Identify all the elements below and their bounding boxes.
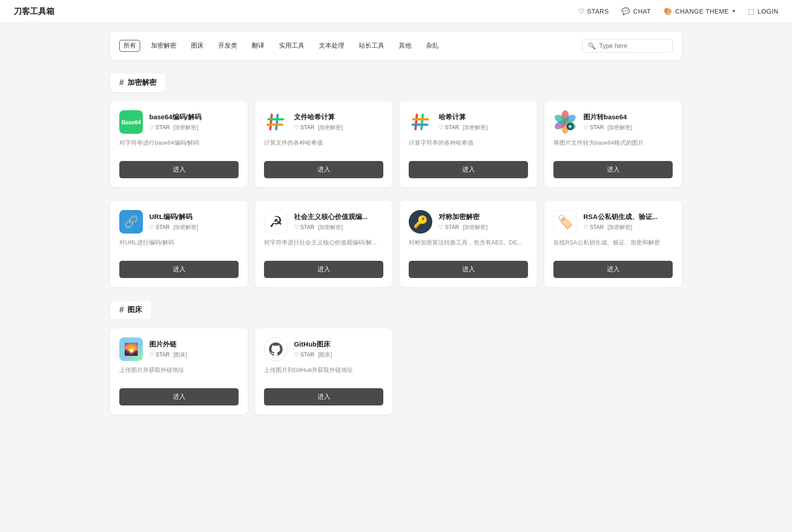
tool-icon-base64: Base64 [119,110,143,134]
tool-enter-btn-url[interactable]: 进入 [119,261,239,278]
tool-icon-socialist: ☭ [264,210,288,234]
tool-star-url[interactable]: ♡ STAR [149,224,170,230]
tool-card-header-socialist: ☭ 社会主义核心价值观编... ♡ STAR [加密解密] [264,210,383,234]
tool-info-github-imgbed: GitHub图床 ♡ STAR [图床] [294,340,332,359]
tool-name-socialist: 社会主义核心价值观编... [294,213,368,221]
tool-enter-btn-hash-calc[interactable]: 进入 [409,161,528,178]
theme-icon: 🎨 [664,7,673,15]
tool-info-rsa: RSA公私钥生成、验证... ♡ STAR [加密解密] [583,213,658,231]
filter-tags: 所有 加密解密 图床 开发类 翻译 实用工具 文本处理 站长工具 其他 杂乱 [119,40,442,52]
section-title-encrypt: 加密解密 [127,78,156,88]
tool-star-file-hash[interactable]: ♡ STAR [294,124,314,131]
svg-point-17 [569,126,571,127]
tool-star-symmetric[interactable]: ♡ STAR [439,224,459,230]
tool-info-base64: base64编码/解码 ♡ STAR [加密解密] [149,113,201,132]
tools-grid-row1: Base64 base64编码/解码 ♡ STAR [加密解密] 对字符串进行b… [110,101,682,187]
filter-tag-tools[interactable]: 实用工具 [275,40,308,51]
tool-card-hash-calc: 哈希计算 ♡ STAR [加密解密] 计算字符串的各种哈希值 进入 [400,101,537,187]
tool-meta-symmetric: ♡ STAR [加密解密] [439,224,488,231]
svg-line-0 [270,115,272,129]
tool-star-img-link[interactable]: ♡ STAR [149,351,170,358]
filter-tag-misc[interactable]: 杂乱 [422,40,442,51]
nav-stars-label: STARS [587,8,609,15]
chevron-down-icon: ▾ [733,8,736,14]
tool-category-img-link: [图床] [173,351,187,359]
filter-tag-imagebed[interactable]: 图床 [187,40,207,51]
tool-enter-btn-file-hash[interactable]: 进入 [264,161,383,178]
tool-icon-img-link: 🌄 [119,337,143,361]
tool-name-img-link: 图片外链 [149,340,187,349]
header: 刀客工具箱 ♡ STARS 💬 CHAT 🎨 CHANGE THEME ▾ ⬚ … [0,0,792,23]
tool-meta-img-base64: ♡ STAR [加密解密] [583,124,632,132]
tool-name-github-imgbed: GitHub图床 [294,340,332,349]
tool-info-socialist: 社会主义核心价值观编... ♡ STAR [加密解密] [294,213,368,231]
tool-name-url: URL编码/解码 [149,213,198,221]
section-header-imagebed: # 图床 [110,301,151,319]
tool-desc-img-link: 上传图片并获取外链地址 [119,366,239,382]
tool-info-url: URL编码/解码 ♡ STAR [加密解密] [149,213,198,231]
tool-enter-btn-base64[interactable]: 进入 [119,161,239,178]
filter-tag-encrypt[interactable]: 加密解密 [147,40,180,51]
tool-enter-btn-img-link[interactable]: 进入 [119,388,239,405]
filter-tag-other[interactable]: 其他 [395,40,415,51]
svg-line-1 [276,115,278,129]
tool-card-header-file-hash: 文件哈希计算 ♡ STAR [加密解密] [264,110,383,134]
tool-meta-img-link: ♡ STAR [图床] [149,351,187,359]
search-box: 🔍 [582,39,673,53]
tool-category-hash-calc: [加密解密] [463,124,488,132]
heart-icon: ♡ [578,7,585,15]
tool-star-hash-calc[interactable]: ♡ STAR [439,124,459,131]
tool-card-socialist: ☭ 社会主义核心价值观编... ♡ STAR [加密解密] 对字符串进行社会主义… [255,201,392,287]
tool-enter-btn-socialist[interactable]: 进入 [264,261,383,278]
tool-card-file-hash: 文件哈希计算 ♡ STAR [加密解密] 计算文件的各种哈希值 进入 [255,101,392,187]
section-title-imagebed: 图床 [127,305,142,315]
svg-line-4 [416,115,417,129]
tool-icon-file-hash [264,110,288,134]
tool-desc-base64: 对字符串进行base64编码/解码 [119,138,239,155]
hash-multi-svg [265,111,287,133]
section-hash-encrypt: # [119,78,124,88]
tool-info-file-hash: 文件哈希计算 ♡ STAR [加密解密] [294,113,343,132]
filter-tag-text[interactable]: 文本处理 [315,40,348,51]
tool-info-symmetric: 对称加密解密 ♡ STAR [加密解密] [439,213,488,231]
tool-card-header-base64: Base64 base64编码/解码 ♡ STAR [加密解密] [119,110,239,134]
tool-meta-github-imgbed: ♡ STAR [图床] [294,351,332,359]
tool-enter-btn-rsa[interactable]: 进入 [553,261,673,278]
tool-enter-btn-github-imgbed[interactable]: 进入 [264,388,383,405]
nav-theme-label: CHANGE THEME [675,8,729,15]
tool-desc-github-imgbed: 上传图片到GitHub并获取外链地址 [264,366,383,382]
tool-enter-btn-img-base64[interactable]: 进入 [553,161,673,178]
section-header-encrypt: # 加密解密 [110,73,166,92]
tool-star-rsa[interactable]: ♡ STAR [583,224,604,230]
nav-login-label: LOGIN [758,8,778,15]
search-input[interactable] [599,42,663,49]
filter-tag-all[interactable]: 所有 [119,40,140,52]
tool-card-header-img-base64: 图片转base64 ♡ STAR [加密解密] [553,110,673,134]
tool-enter-btn-symmetric[interactable]: 进入 [409,261,528,278]
nav-stars[interactable]: ♡ STARS [578,7,609,15]
tool-star-socialist[interactable]: ♡ STAR [294,224,314,230]
nav-change-theme[interactable]: 🎨 CHANGE THEME ▾ [664,7,736,15]
filter-tag-translate[interactable]: 翻译 [248,40,268,51]
tool-card-header-symmetric: 🔑 对称加密解密 ♡ STAR [加密解密] [409,210,528,234]
tool-card-base64: Base64 base64编码/解码 ♡ STAR [加密解密] 对字符串进行b… [110,101,248,187]
tool-meta-base64: ♡ STAR [加密解密] [149,124,201,132]
tool-star-base64[interactable]: ♡ STAR [149,124,170,131]
tool-category-file-hash: [加密解密] [318,124,343,132]
hash-single-svg [410,111,431,133]
tool-card-rsa: 🏷️ RSA公私钥生成、验证... ♡ STAR [加密解密] 在线RSA公私钥… [544,201,682,287]
tool-info-img-link: 图片外链 ♡ STAR [图床] [149,340,187,359]
tool-name-symmetric: 对称加密解密 [439,213,488,221]
nav-chat[interactable]: 💬 CHAT [621,7,651,15]
filter-tag-webmaster[interactable]: 站长工具 [355,40,388,51]
logo: 刀客工具箱 [14,6,54,17]
nav-login[interactable]: ⬚ LOGIN [748,7,778,15]
tools-grid-imagebed: 🌄 图片外链 ♡ STAR [图床] 上传图片并获取外链地址 进入 [110,328,682,415]
github-svg [268,341,284,357]
filter-tag-dev[interactable]: 开发类 [215,40,241,51]
tool-card-img-link: 🌄 图片外链 ♡ STAR [图床] 上传图片并获取外链地址 进入 [110,328,248,415]
tool-card-header-hash-calc: 哈希计算 ♡ STAR [加密解密] [409,110,528,134]
tool-star-img-base64[interactable]: ♡ STAR [583,124,604,131]
tool-name-hash-calc: 哈希计算 [439,113,488,122]
tool-star-github-imgbed[interactable]: ♡ STAR [294,351,314,358]
